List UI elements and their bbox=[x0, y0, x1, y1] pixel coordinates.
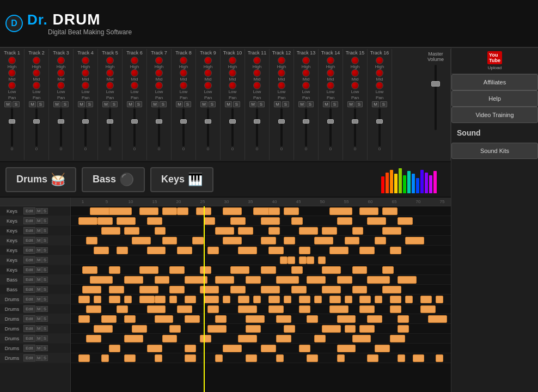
seq-block[interactable] bbox=[299, 247, 310, 254]
seq-track-row-12[interactable] bbox=[71, 314, 451, 324]
seq-s-14[interactable]: S bbox=[42, 335, 48, 341]
seq-block[interactable] bbox=[261, 345, 276, 352]
seq-block[interactable] bbox=[124, 315, 136, 323]
solo-btn-8[interactable]: S bbox=[184, 101, 191, 107]
seq-block[interactable] bbox=[280, 256, 288, 264]
seq-track-row-10[interactable] bbox=[71, 295, 451, 304]
seq-block[interactable] bbox=[420, 296, 432, 303]
seq-block[interactable] bbox=[207, 305, 219, 313]
solo-btn-12[interactable]: S bbox=[282, 101, 289, 107]
seq-track-row-13[interactable] bbox=[71, 324, 451, 334]
fader-5[interactable]: 0 bbox=[109, 108, 111, 151]
low-knob-12[interactable] bbox=[278, 82, 285, 89]
seq-block[interactable] bbox=[246, 315, 265, 323]
seq-block[interactable] bbox=[390, 247, 401, 254]
seq-block[interactable] bbox=[215, 354, 223, 362]
seq-block[interactable] bbox=[367, 276, 390, 284]
low-knob-14[interactable] bbox=[327, 82, 334, 89]
solo-btn-4[interactable]: S bbox=[86, 101, 93, 107]
low-knob-3[interactable] bbox=[57, 82, 65, 89]
seq-block[interactable] bbox=[207, 247, 219, 254]
seq-block[interactable] bbox=[322, 266, 341, 274]
edit-btn-10[interactable]: Edit bbox=[23, 296, 35, 303]
seq-block[interactable] bbox=[345, 296, 352, 303]
seq-block[interactable] bbox=[307, 276, 326, 284]
seq-block[interactable] bbox=[177, 207, 188, 215]
solo-btn-14[interactable]: S bbox=[331, 101, 338, 107]
mid-knob-8[interactable] bbox=[180, 69, 187, 77]
seq-m-14[interactable]: M bbox=[36, 335, 42, 341]
solo-btn-1[interactable]: S bbox=[13, 101, 20, 107]
seq-block[interactable] bbox=[359, 305, 375, 313]
seq-block[interactable] bbox=[132, 325, 147, 333]
seq-block[interactable] bbox=[398, 217, 413, 225]
seq-s-13[interactable]: S bbox=[42, 326, 48, 332]
seq-block[interactable] bbox=[299, 305, 310, 313]
mute-btn-14[interactable]: M bbox=[323, 101, 330, 107]
seq-m-7[interactable]: M bbox=[36, 267, 42, 273]
seq-block[interactable] bbox=[215, 315, 227, 323]
seq-block[interactable] bbox=[230, 266, 249, 274]
seq-block[interactable] bbox=[124, 296, 132, 303]
seq-s-2[interactable]: S bbox=[42, 218, 48, 224]
low-knob-5[interactable] bbox=[106, 82, 114, 89]
seq-block[interactable] bbox=[337, 315, 356, 323]
low-knob-6[interactable] bbox=[131, 82, 138, 89]
fader-7[interactable]: 0 bbox=[158, 108, 160, 151]
seq-block[interactable] bbox=[238, 296, 249, 303]
seq-block[interactable] bbox=[177, 305, 192, 313]
seq-track-row-8[interactable] bbox=[71, 275, 451, 285]
seq-block[interactable] bbox=[375, 296, 382, 303]
seq-block[interactable] bbox=[246, 276, 261, 284]
seq-block[interactable] bbox=[337, 345, 356, 352]
seq-block[interactable] bbox=[238, 305, 257, 313]
high-knob-14[interactable] bbox=[327, 57, 334, 64]
low-knob-15[interactable] bbox=[351, 82, 359, 89]
solo-btn-9[interactable]: S bbox=[209, 101, 216, 107]
seq-block[interactable] bbox=[337, 276, 352, 284]
seq-block[interactable] bbox=[318, 256, 326, 264]
seq-block[interactable] bbox=[177, 247, 192, 254]
seq-m-10[interactable]: M bbox=[36, 296, 42, 302]
seq-block[interactable] bbox=[276, 315, 291, 323]
seq-m-12[interactable]: M bbox=[36, 316, 42, 322]
seq-block[interactable] bbox=[329, 305, 349, 313]
low-knob-16[interactable] bbox=[376, 82, 383, 89]
seq-s-5[interactable]: S bbox=[42, 247, 48, 253]
seq-block[interactable] bbox=[413, 354, 424, 362]
seq-block[interactable] bbox=[398, 354, 405, 362]
seq-track-row-14[interactable] bbox=[71, 334, 451, 344]
seq-block[interactable] bbox=[307, 354, 318, 362]
seq-block[interactable] bbox=[307, 315, 318, 323]
seq-block[interactable] bbox=[428, 315, 447, 323]
seq-block[interactable] bbox=[169, 296, 177, 303]
seq-track-row-3[interactable] bbox=[71, 226, 451, 236]
seq-block[interactable] bbox=[97, 217, 113, 225]
high-knob-7[interactable] bbox=[155, 57, 163, 64]
seq-block[interactable] bbox=[215, 227, 234, 235]
seq-block[interactable] bbox=[291, 266, 303, 274]
seq-track-row-7[interactable] bbox=[71, 265, 451, 275]
edit-btn-12[interactable]: Edit bbox=[23, 315, 35, 322]
seq-block[interactable] bbox=[230, 286, 246, 293]
seq-block[interactable] bbox=[337, 217, 352, 225]
mid-knob-14[interactable] bbox=[327, 69, 334, 77]
seq-block[interactable] bbox=[276, 354, 284, 362]
seq-block[interactable] bbox=[90, 276, 113, 284]
seq-s-4[interactable]: S bbox=[42, 237, 48, 243]
mute-btn-5[interactable]: M bbox=[102, 101, 109, 107]
fader-6[interactable]: 0 bbox=[133, 108, 136, 151]
edit-btn-5[interactable]: Edit bbox=[23, 247, 35, 254]
seq-block[interactable] bbox=[382, 207, 398, 215]
seq-block[interactable] bbox=[276, 335, 291, 342]
solo-btn-13[interactable]: S bbox=[307, 101, 314, 107]
seq-block[interactable] bbox=[359, 207, 378, 215]
seq-s-15[interactable]: S bbox=[42, 345, 48, 351]
seq-grid[interactable] bbox=[71, 206, 451, 392]
seq-block[interactable] bbox=[200, 266, 211, 274]
seq-block[interactable] bbox=[101, 354, 109, 362]
low-knob-11[interactable] bbox=[253, 82, 261, 89]
seq-block[interactable] bbox=[185, 345, 196, 352]
seq-track-row-5[interactable] bbox=[71, 246, 451, 255]
mid-knob-16[interactable] bbox=[376, 69, 383, 77]
